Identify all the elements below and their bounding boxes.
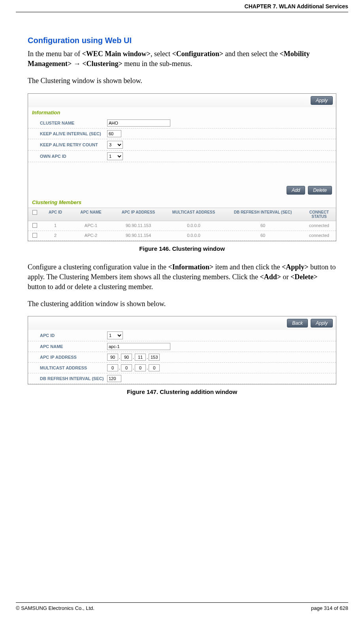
- col-db-refresh: DB REFRESH INTERVAL (SEC): [223, 208, 302, 221]
- text: , select: [151, 50, 172, 58]
- section-heading: Configuration using Web UI: [28, 36, 336, 45]
- text: and then select the: [223, 50, 279, 58]
- cell-db-refresh: 60: [223, 221, 302, 231]
- cell-db-refresh: 60: [223, 231, 302, 240]
- cell-apc-ip: 90.90.11.153: [113, 221, 164, 231]
- figure-clustering-addition: Back Apply APC ID 1 APC NAME APC IP ADDR…: [28, 316, 336, 384]
- bold-text: <Apply>: [282, 263, 309, 271]
- bold-text: <Configuration>: [172, 50, 223, 58]
- col-apc-id: APC ID: [41, 208, 69, 221]
- own-apc-id-select[interactable]: 1: [107, 152, 123, 160]
- dot-icon: .: [132, 365, 135, 370]
- cell-multicast: 0.0.0.0: [164, 221, 223, 231]
- mc-octet-4-input[interactable]: [149, 364, 160, 371]
- bold-text: <Clustering>: [82, 60, 123, 68]
- cell-apc-id: 1: [41, 221, 69, 231]
- apply-button[interactable]: Apply: [311, 96, 333, 105]
- label-apc-id: APC ID: [28, 330, 107, 341]
- col-multicast: MULTICAST ADDRESS: [164, 208, 223, 221]
- copyright-text: © SAMSUNG Electronics Co., Ltd.: [16, 605, 94, 611]
- keep-alive-interval-input[interactable]: [107, 130, 121, 137]
- text: button to add or delete a clustering mem…: [28, 283, 153, 291]
- cell-apc-id: 2: [41, 231, 69, 240]
- apc-id-select[interactable]: 1: [107, 331, 123, 339]
- arrow-icon: →: [72, 60, 82, 68]
- table-row: 2 APC-2 90.90.11.154 0.0.0.0 60 connecte…: [28, 231, 336, 241]
- figure-clustering-window: Apply Information CLUSTER NAME KEEP ALIV…: [28, 93, 336, 241]
- col-apc-ip: APC IP ADDRESS: [113, 208, 164, 221]
- page-number: page 314 of 628: [311, 605, 348, 611]
- row-checkbox[interactable]: [32, 233, 37, 238]
- cell-connect-status: connected: [302, 231, 336, 240]
- ip-octet-1-input[interactable]: [107, 354, 118, 361]
- information-heading: Information: [28, 107, 336, 118]
- paragraph-2: The Clustering window is shown below.: [28, 76, 336, 86]
- label-keep-alive-interval: KEEP ALIVE INTERVAL (SEC): [28, 128, 107, 139]
- bold-text: <Information>: [168, 263, 213, 271]
- text: menu in the sub-menus.: [123, 60, 192, 68]
- page-header: CHAPTER 7. WLAN Additional Services: [16, 0, 348, 12]
- label-own-apc-id: OWN APC ID: [28, 150, 107, 162]
- page-footer: © SAMSUNG Electronics Co., Ltd. page 314…: [16, 602, 348, 611]
- bold-text: <WEC Main window>: [82, 50, 151, 58]
- cluster-name-input[interactable]: [107, 119, 170, 127]
- ip-octet-2-input[interactable]: [121, 354, 132, 361]
- cell-multicast: 0.0.0.0: [164, 231, 223, 240]
- back-button[interactable]: Back: [287, 319, 308, 327]
- text: Configure a clustering configuration val…: [28, 263, 168, 271]
- mc-octet-1-input[interactable]: [107, 364, 118, 371]
- members-table-header: APC ID APC NAME APC IP ADDRESS MULTICAST…: [28, 208, 336, 221]
- cell-apc-name: APC-2: [69, 231, 113, 240]
- cell-connect-status: connected: [302, 221, 336, 231]
- label-apc-ip: APC IP ADDRESS: [28, 352, 107, 363]
- label-db-refresh: DB REFRESH INTERVAL (SEC): [28, 373, 107, 384]
- figure-caption-2: Figure 147. Clustering addition window: [28, 388, 336, 395]
- label-multicast: MULTICAST ADDRESS: [28, 363, 107, 373]
- ip-octet-4-input[interactable]: [149, 354, 160, 361]
- apply-button[interactable]: Apply: [311, 319, 333, 327]
- dot-icon: .: [118, 355, 121, 360]
- text: item and then click the: [213, 263, 282, 271]
- text: In the menu bar of: [28, 50, 82, 58]
- row-checkbox[interactable]: [32, 223, 37, 228]
- mc-octet-2-input[interactable]: [121, 364, 132, 371]
- label-cluster-name: CLUSTER NAME: [28, 118, 107, 129]
- apc-name-input[interactable]: [107, 343, 170, 350]
- db-refresh-input[interactable]: [107, 375, 121, 382]
- add-button[interactable]: Add: [287, 186, 305, 195]
- paragraph-1: In the menu bar of <WEC Main window>, se…: [28, 49, 336, 69]
- text: or: [281, 273, 290, 281]
- dot-icon: .: [118, 365, 121, 370]
- label-keep-alive-retry: KEEP ALIVE RETRY COUNT: [28, 139, 107, 150]
- dot-icon: .: [146, 365, 149, 370]
- mc-octet-3-input[interactable]: [135, 364, 146, 371]
- dot-icon: .: [146, 355, 149, 360]
- cell-apc-name: APC-1: [69, 221, 113, 231]
- ip-octet-3-input[interactable]: [135, 354, 146, 361]
- paragraph-4: The clustering addition window is shown …: [28, 299, 336, 309]
- figure-caption-1: Figure 146. Clustering window: [28, 245, 336, 252]
- bold-text: <Delete>: [290, 273, 317, 281]
- checkbox-all[interactable]: [32, 210, 37, 215]
- clustering-members-heading: Clustering Members: [28, 197, 336, 208]
- cell-apc-ip: 90.90.11.154: [113, 231, 164, 240]
- table-row: 1 APC-1 90.90.11.153 0.0.0.0 60 connecte…: [28, 221, 336, 231]
- col-apc-name: APC NAME: [69, 208, 113, 221]
- col-connect-status: CONNECT STATUS: [302, 208, 336, 221]
- label-apc-name: APC NAME: [28, 341, 107, 352]
- paragraph-3: Configure a clustering configuration val…: [28, 262, 336, 292]
- dot-icon: .: [132, 355, 135, 360]
- keep-alive-retry-select[interactable]: 3: [107, 141, 123, 149]
- bold-text: <Add>: [260, 273, 281, 281]
- delete-button[interactable]: Delete: [308, 186, 332, 195]
